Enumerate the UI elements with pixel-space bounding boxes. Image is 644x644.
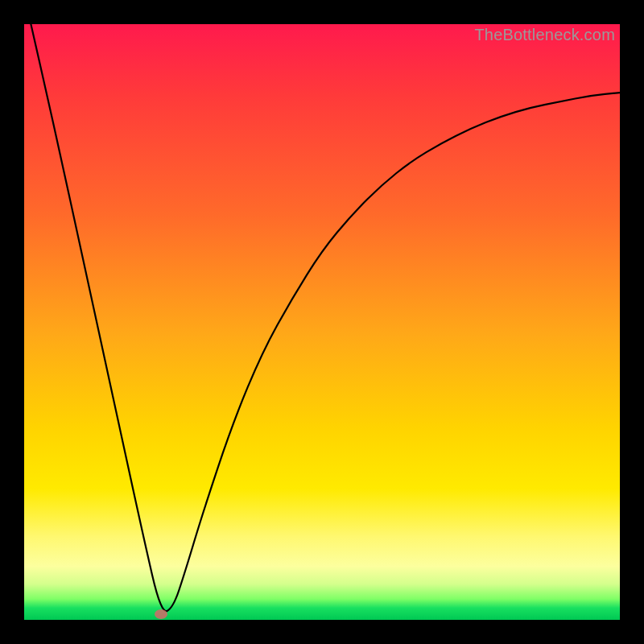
chart-frame: TheBottleneck.com [0, 0, 644, 644]
curve-path [24, 0, 620, 611]
plot-area: TheBottleneck.com [24, 24, 620, 620]
minimum-marker [155, 609, 167, 619]
bottleneck-curve [24, 24, 620, 620]
